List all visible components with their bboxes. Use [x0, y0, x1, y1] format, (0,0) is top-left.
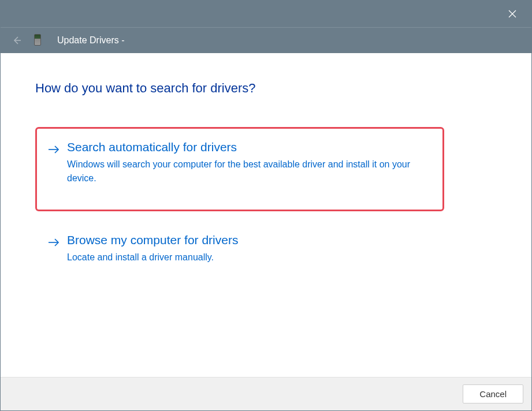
- device-icon: [34, 34, 43, 47]
- titlebar: [1, 1, 531, 27]
- option-search-automatically[interactable]: Search automatically for drivers Windows…: [35, 127, 444, 211]
- option-description: Locate and install a driver manually.: [67, 251, 425, 264]
- back-button[interactable]: [11, 35, 23, 46]
- close-button[interactable]: [504, 5, 521, 23]
- close-icon: [508, 9, 517, 18]
- dialog-content: How do you want to search for drivers? S…: [1, 53, 531, 377]
- page-heading: How do you want to search for drivers?: [35, 81, 497, 96]
- arrow-right-icon: [47, 236, 60, 249]
- option-text-block: Browse my computer for drivers Locate an…: [67, 233, 434, 264]
- nav-bar: Update Drivers -: [1, 27, 531, 53]
- cancel-button[interactable]: Cancel: [463, 384, 523, 403]
- arrow-right-icon: [47, 143, 60, 156]
- window-title: Update Drivers -: [57, 35, 124, 46]
- option-title: Search automatically for drivers: [67, 140, 432, 154]
- option-browse-computer[interactable]: Browse my computer for drivers Locate an…: [35, 233, 444, 276]
- option-text-block: Search automatically for drivers Windows…: [67, 140, 432, 185]
- option-title: Browse my computer for drivers: [67, 233, 434, 247]
- dialog-window: Update Drivers - How do you want to sear…: [0, 0, 532, 411]
- back-arrow-icon: [12, 36, 21, 45]
- option-description: Windows will search your computer for th…: [67, 158, 425, 185]
- dialog-footer: Cancel: [1, 377, 531, 410]
